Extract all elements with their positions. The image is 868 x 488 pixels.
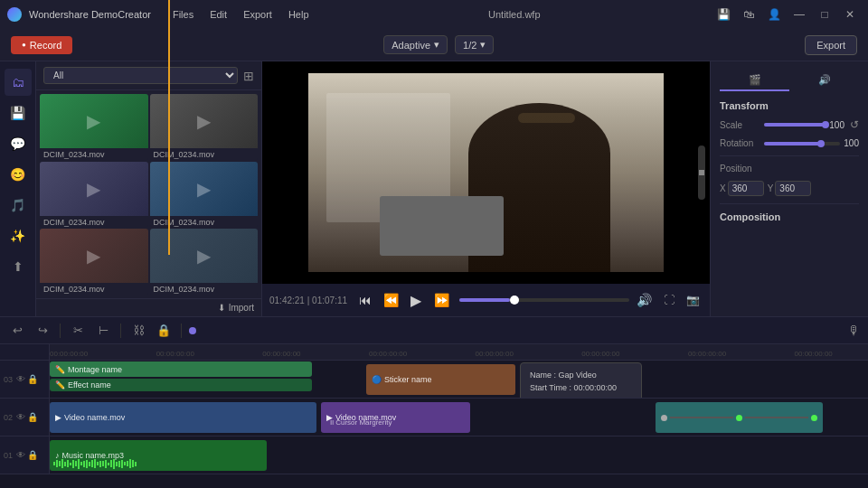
transform-title: Transform (720, 100, 859, 111)
clip-audio[interactable]: ♪ Music name.mp3 (50, 440, 267, 471)
clip-video-2[interactable]: ▶ Video name.mov (321, 402, 470, 433)
menu-files[interactable]: Files (165, 7, 201, 22)
tab-audio[interactable]: 🔊 (789, 70, 859, 91)
right-panel: 🎬 🔊 Transform Scale 100 ↺ Rotation 100 (710, 61, 868, 316)
track-visibility-icon-03[interactable]: 👁 (16, 374, 25, 384)
sidebar-icon-save[interactable]: 💾 (5, 99, 32, 127)
list-item[interactable]: ▶ DCIM_0234.mov (40, 94, 148, 160)
rotation-handle[interactable] (817, 140, 825, 147)
main-content: 🗂 💾 💬 😊 🎵 ✨ ⬆ All ⊞ ▶ DCIM_0234.mov ▶ (0, 61, 868, 316)
clip-label: 🔵 Sticker name (372, 375, 432, 384)
rotation-value: 100 (844, 138, 859, 148)
media-label: DCIM_0234.mov (40, 216, 148, 228)
position-x-input[interactable] (728, 181, 764, 196)
step-forward-button[interactable]: ⏩ (430, 289, 452, 311)
progress-handle[interactable] (510, 296, 519, 305)
video-frame (308, 73, 664, 272)
microphone-icon[interactable]: 🎙 (848, 324, 861, 338)
undo-button[interactable]: ↩ (7, 321, 27, 341)
track-lock-icon-02[interactable]: 🔒 (27, 412, 38, 422)
position-y-input[interactable] (775, 181, 811, 196)
grid-toggle-icon[interactable]: ⊞ (243, 69, 254, 83)
media-panel-header: All ⊞ (36, 61, 261, 90)
menu-help[interactable]: Help (281, 7, 316, 22)
list-item[interactable]: ▶ DCIM_0234.mov (150, 229, 259, 295)
scale-handle[interactable] (822, 121, 829, 128)
sidebar-icon-export[interactable]: ⬆ (5, 253, 32, 280)
scale-label: Scale (720, 120, 760, 130)
composition-title: Composition (720, 211, 859, 222)
link-button[interactable]: ⛓ (128, 321, 148, 341)
track-visibility-icon-01[interactable]: 👁 (16, 450, 25, 460)
clip-montage[interactable]: ✏️ Montage name (50, 361, 312, 377)
track-label-02: 02 👁 🔒 (0, 399, 50, 436)
preview-area: 01:42:21 | 01:07:11 ⏮ ⏪ ▶ ⏩ 🔊 ⛶ 📷 (262, 61, 710, 316)
left-sidebar: 🗂 💾 💬 😊 🎵 ✨ ⬆ (0, 61, 36, 316)
export-button[interactable]: Export (805, 35, 857, 55)
dot-1 (661, 415, 667, 421)
waveform (50, 458, 267, 469)
ruler-mark-7: 00:00:00:00 (688, 350, 726, 358)
ratio-dropdown[interactable]: 1/2 ▾ (455, 35, 494, 54)
sidebar-icon-effects[interactable]: ✨ (5, 222, 32, 249)
media-thumb: ▶ (40, 162, 148, 216)
list-item[interactable]: ▶ DCIM_0234.mov (40, 162, 148, 228)
toolbar: Record Adaptive ▾ 1/2 ▾ Export (0, 29, 868, 61)
menu-export[interactable]: Export (236, 7, 279, 22)
account-icon[interactable]: 👤 (763, 4, 785, 25)
clip-teal[interactable] (656, 402, 823, 433)
sidebar-icon-music[interactable]: 🎵 (5, 192, 32, 219)
scale-reset-icon[interactable]: ↺ (850, 118, 859, 131)
clip-video-1[interactable]: ▶ Video name.mov (50, 402, 316, 433)
rotation-label: Rotation (720, 138, 760, 148)
media-filter-select[interactable]: All (43, 67, 238, 84)
track-row-03: 03 👁 🔒 ✏️ Montage name ✏️ Effect name (0, 361, 868, 399)
media-label: DCIM_0234.mov (150, 148, 259, 160)
track-lock-icon-03[interactable]: 🔒 (27, 374, 38, 384)
list-item[interactable]: ▶ DCIM_0234.mov (40, 229, 148, 295)
video-preview (262, 61, 710, 284)
import-button[interactable]: ⬇ Import (218, 303, 254, 313)
scissors-button[interactable]: ✂ (68, 321, 88, 341)
step-back-button[interactable]: ⏪ (380, 289, 401, 311)
list-item[interactable]: ▶ DCIM_0234.mov (150, 162, 259, 228)
tool-divider-1 (60, 324, 61, 338)
close-button[interactable]: ✕ (839, 4, 861, 25)
ruler-mark-6: 00:00:00:00 (581, 350, 619, 358)
sidebar-icon-stickers[interactable]: 😊 (5, 161, 32, 188)
store-icon[interactable]: 🛍 (738, 4, 760, 25)
record-button[interactable]: Record (11, 36, 72, 54)
clip-label: ✏️ Montage name (55, 365, 122, 374)
filename: Untitled.wfp (324, 9, 705, 20)
split-button[interactable]: ⊢ (93, 321, 113, 341)
clip-effect[interactable]: ✏️ Effect name (50, 379, 312, 391)
screenshot-button[interactable]: 📷 (683, 290, 703, 310)
scale-value: 100 (829, 120, 844, 130)
play-button[interactable]: ▶ (405, 289, 427, 311)
clip-label: ✏️ Effect name (55, 380, 111, 389)
tab-video[interactable]: 🎬 (720, 70, 789, 91)
skip-back-button[interactable]: ⏮ (354, 289, 376, 311)
media-label: DCIM_0234.mov (40, 283, 148, 295)
sidebar-icon-captions[interactable]: 💬 (5, 130, 32, 157)
panel-tabs: 🎬 🔊 (720, 70, 859, 91)
track-lock-icon-01[interactable]: 🔒 (27, 450, 38, 460)
media-label: DCIM_0234.mov (150, 216, 259, 228)
clip-tooltip: Name : Gap Video Start Time : 00:00:00:0… (520, 362, 642, 398)
lock-button[interactable]: 🔒 (154, 321, 174, 341)
list-item[interactable]: ▶ DCIM_0234.mov (150, 94, 259, 160)
maximize-button[interactable]: □ (814, 4, 835, 25)
track-visibility-icon-02[interactable]: 👁 (16, 412, 25, 422)
clip-sticker[interactable]: 🔵 Sticker name (366, 364, 515, 395)
rotation-slider[interactable] (764, 142, 840, 145)
progress-bar[interactable] (459, 298, 629, 302)
save-icon[interactable]: 💾 (712, 4, 734, 25)
redo-button[interactable]: ↪ (33, 321, 52, 341)
menu-edit[interactable]: Edit (203, 7, 234, 22)
volume-icon[interactable]: 🔊 (637, 293, 652, 307)
scale-slider[interactable] (764, 123, 826, 127)
minimize-button[interactable]: — (788, 4, 810, 25)
adaptive-dropdown[interactable]: Adaptive ▾ (383, 35, 448, 54)
fullscreen-button[interactable]: ⛶ (659, 290, 679, 310)
sidebar-icon-media[interactable]: 🗂 (5, 69, 32, 96)
